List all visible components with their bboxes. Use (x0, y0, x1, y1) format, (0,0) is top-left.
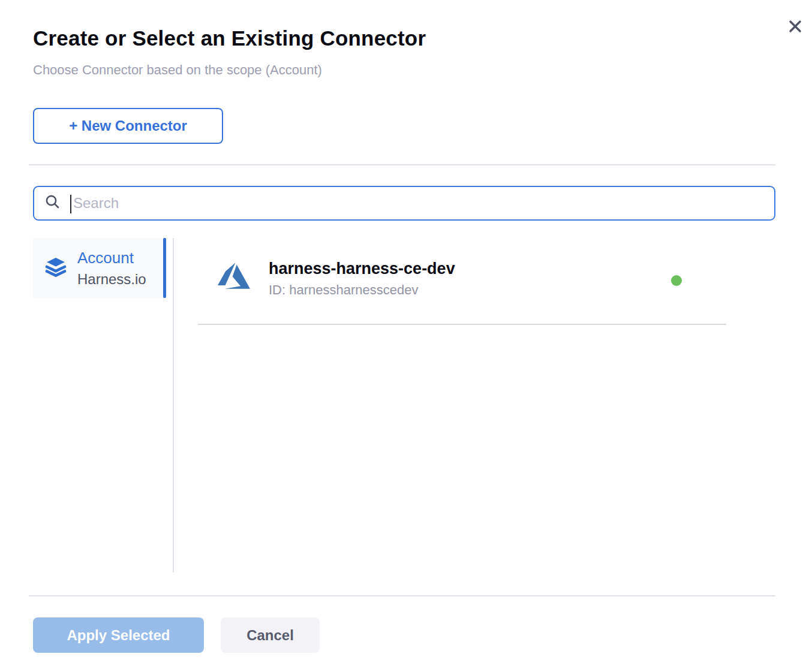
header-divider (29, 164, 775, 165)
connector-id: ID: harnessharnesscedev (269, 282, 455, 298)
footer-divider (29, 595, 775, 596)
connector-name: harness-harness-ce-dev (269, 260, 455, 278)
scope-tab-account[interactable]: Account Harness.io (33, 238, 166, 298)
dialog-subtitle: Choose Connector based on the scope (Acc… (33, 62, 322, 78)
text-caret (70, 195, 71, 213)
dialog-title: Create or Select an Existing Connector (33, 26, 426, 50)
close-button[interactable] (786, 18, 804, 36)
search-box[interactable] (33, 186, 775, 221)
status-dot (671, 275, 682, 286)
close-icon (787, 28, 804, 37)
scope-tab-label: Account (77, 249, 146, 267)
layers-icon (45, 256, 67, 280)
apply-selected-button[interactable]: Apply Selected (33, 617, 204, 653)
cancel-button[interactable]: Cancel (221, 617, 320, 653)
azure-icon (218, 263, 250, 291)
connector-select-dialog: Create or Select an Existing Connector C… (0, 0, 812, 669)
selected-indicator (163, 238, 166, 298)
panel-divider (173, 238, 174, 572)
new-connector-button[interactable]: + New Connector (33, 108, 223, 144)
scope-tab-sublabel: Harness.io (77, 271, 146, 288)
search-input[interactable] (73, 195, 733, 212)
search-icon (44, 194, 61, 213)
connector-list-item[interactable]: harness-harness-ce-dev ID: harnessharnes… (198, 252, 726, 325)
